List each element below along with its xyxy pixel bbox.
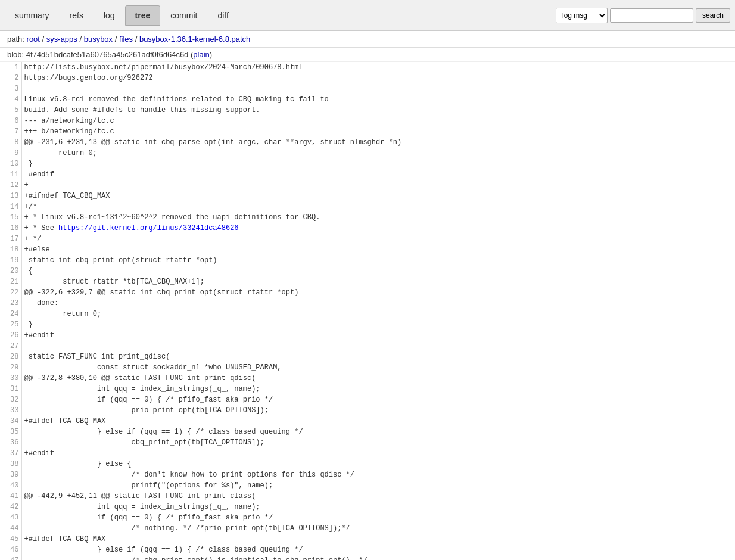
line-number: 4 <box>0 94 21 105</box>
table-row: 36 cbq_print_opt(tb[TCA_OPTIONS]); <box>0 437 735 448</box>
path-filename[interactable]: busybox-1.36.1-kernel-6.8.patch <box>139 35 250 43</box>
line-code: +/* <box>21 201 735 212</box>
path-sys-apps[interactable]: sys-apps <box>46 35 77 43</box>
tab-commit[interactable]: commit <box>160 5 207 26</box>
table-row: 12+ <box>0 180 735 191</box>
search-type-select[interactable]: log msg author committer pickaxe <box>556 8 608 23</box>
search-area: log msg author committer pickaxe search <box>556 8 730 23</box>
path-busybox[interactable]: busybox <box>84 35 113 43</box>
line-number: 15 <box>0 212 21 223</box>
table-row: 17+ */ <box>0 234 735 244</box>
line-number: 28 <box>0 351 21 362</box>
line-number: 7 <box>0 126 21 137</box>
line-code: { <box>21 266 735 276</box>
line-number: 18 <box>0 244 21 255</box>
line-number: 36 <box>0 437 21 448</box>
line-number: 14 <box>0 201 21 212</box>
plain-link[interactable]: plain <box>193 50 209 59</box>
line-number: 30 <box>0 373 21 384</box>
line-code: } <box>21 158 735 169</box>
line-number: 2 <box>0 73 21 83</box>
line-number: 20 <box>0 266 21 276</box>
table-row: 9 return 0; <box>0 148 735 158</box>
tab-refs[interactable]: refs <box>60 5 94 26</box>
line-code: } else if (qqq == 1) { /* class based qu… <box>21 427 735 437</box>
line-code: + * Linux v6.8-rc1~131^2~60^2^2 removed … <box>21 212 735 223</box>
line-code: +#else <box>21 244 735 255</box>
table-row: 1http://lists.busybox.net/pipermail/busy… <box>0 62 735 73</box>
line-number: 32 <box>0 394 21 405</box>
line-number: 41 <box>0 491 21 502</box>
table-row: 4Linux v6.8-rc1 removed the definitions … <box>0 94 735 105</box>
line-code: + */ <box>21 234 735 244</box>
line-number: 29 <box>0 362 21 373</box>
line-code: /* cbq_print_copt() is identical to cbq_… <box>21 555 735 560</box>
blob-info: blob: 4f74d51bdcafe51a60765a45c261adf0f6… <box>0 48 735 62</box>
line-code: done: <box>21 298 735 309</box>
line-code: +++ b/networking/tc.c <box>21 126 735 137</box>
line-number: 22 <box>0 287 21 298</box>
search-button[interactable]: search <box>696 8 730 23</box>
table-row: 29 const struct sockaddr_nl *who UNUSED_… <box>0 362 735 373</box>
line-code: @@ -372,8 +380,10 @@ static FAST_FUNC in… <box>21 373 735 384</box>
line-code: --- a/networking/tc.c <box>21 116 735 126</box>
table-row: 43 if (qqq == 0) { /* pfifo_fast aka pri… <box>0 512 735 523</box>
code-table: 1http://lists.busybox.net/pipermail/busy… <box>0 62 735 560</box>
table-row: 7+++ b/networking/tc.c <box>0 126 735 137</box>
line-number: 3 <box>0 83 21 94</box>
line-number: 47 <box>0 555 21 560</box>
table-row: 38 } else { <box>0 459 735 469</box>
line-code: +#endif <box>21 448 735 459</box>
table-row: 47 /* cbq_print_copt() is identical to c… <box>0 555 735 560</box>
path-bar: path: root / sys-apps / busybox / files … <box>0 31 735 48</box>
line-code: cbq_print_opt(tb[TCA_OPTIONS]); <box>21 437 735 448</box>
line-code: /* nothing. */ /*prio_print_opt(tb[TCA_O… <box>21 523 735 534</box>
line-code: const struct sockaddr_nl *who UNUSED_PAR… <box>21 362 735 373</box>
table-row: 28 static FAST_FUNC int print_qdisc( <box>0 351 735 362</box>
table-row: 37+#endif <box>0 448 735 459</box>
table-row: 25 } <box>0 319 735 330</box>
line-number: 12 <box>0 180 21 191</box>
search-input[interactable] <box>610 8 693 23</box>
line-number: 10 <box>0 158 21 169</box>
line-code: #endif <box>21 169 735 180</box>
blob-hash-label: blob: 4f74d51bdcafe51a60765a45c261adf0f6… <box>7 50 193 59</box>
table-row: 26+#endif <box>0 330 735 341</box>
line-code: @@ -231,6 +231,13 @@ static int cbq_pars… <box>21 137 735 148</box>
table-row: 15+ * Linux v6.8-rc1~131^2~60^2^2 remove… <box>0 212 735 223</box>
line-number: 46 <box>0 545 21 555</box>
table-row: 33 prio_print_opt(tb[TCA_OPTIONS]); <box>0 405 735 416</box>
line-number: 1 <box>0 62 21 73</box>
line-number: 9 <box>0 148 21 158</box>
line-number: 45 <box>0 534 21 545</box>
line-number: 25 <box>0 319 21 330</box>
code-container[interactable]: 1http://lists.busybox.net/pipermail/busy… <box>0 62 735 560</box>
table-row: 24 return 0; <box>0 309 735 319</box>
line-code: printf("(options for %s)", name); <box>21 480 735 491</box>
table-row: 3 <box>0 83 735 94</box>
table-row: 16+ * See https://git.kernel.org/linus/3… <box>0 223 735 234</box>
table-row: 31 int qqq = index_in_strings(_q_, name)… <box>0 384 735 394</box>
table-row: 42 int qqq = index_in_strings(_q_, name)… <box>0 502 735 512</box>
line-number: 35 <box>0 427 21 437</box>
tab-diff[interactable]: diff <box>207 5 238 26</box>
path-files[interactable]: files <box>119 35 133 43</box>
line-code: +#endif <box>21 330 735 341</box>
table-row: 22@@ -322,6 +329,7 @@ static int cbq_pri… <box>0 287 735 298</box>
path-root[interactable]: root <box>27 35 40 43</box>
tab-summary[interactable]: summary <box>5 5 60 26</box>
table-row: 32 if (qqq == 0) { /* pfifo_fast aka pri… <box>0 394 735 405</box>
line-code: } <box>21 319 735 330</box>
line-code <box>21 341 735 351</box>
line-number: 13 <box>0 191 21 201</box>
tab-log[interactable]: log <box>94 5 125 26</box>
table-row: 41@@ -442,9 +452,11 @@ static FAST_FUNC … <box>0 491 735 502</box>
table-row: 40 printf("(options for %s)", name); <box>0 480 735 491</box>
line-number: 24 <box>0 309 21 319</box>
line-code: + <box>21 180 735 191</box>
tab-tree[interactable]: tree <box>125 5 161 26</box>
line-number: 39 <box>0 469 21 480</box>
line-number: 44 <box>0 523 21 534</box>
table-row: 13+#ifndef TCA_CBQ_MAX <box>0 191 735 201</box>
line-code: } else { <box>21 459 735 469</box>
